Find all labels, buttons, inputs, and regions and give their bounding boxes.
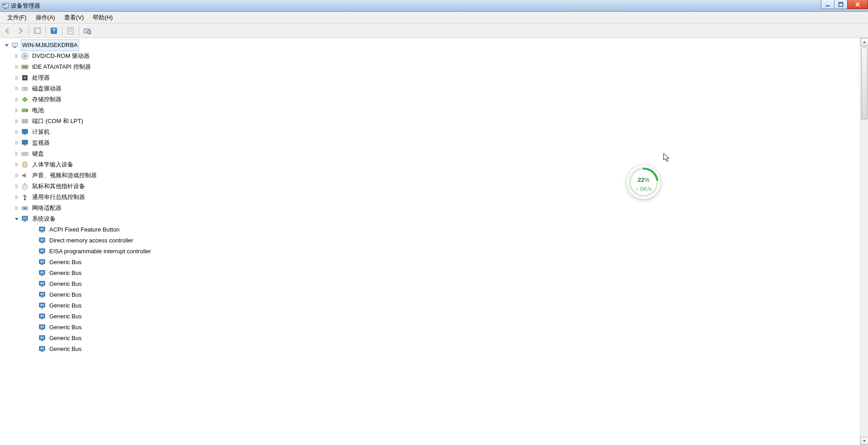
menu-help[interactable]: 帮助(H) xyxy=(88,12,117,23)
expand-icon[interactable] xyxy=(14,194,20,200)
scrollbar-thumb[interactable] xyxy=(861,47,868,119)
device-label[interactable]: Generic Bus xyxy=(48,278,83,290)
device-label[interactable]: Generic Bus xyxy=(48,332,83,344)
expand-icon[interactable] xyxy=(14,64,20,70)
expand-icon[interactable] xyxy=(14,205,20,211)
tree-device[interactable]: Generic Bus xyxy=(0,322,860,333)
tree-device[interactable]: EISA programmable interrupt controller xyxy=(0,246,860,257)
category-label[interactable]: 鼠标和其他指针设备 xyxy=(31,180,86,192)
device-label[interactable]: ACPI Fixed Feature Button xyxy=(48,224,121,236)
device-label[interactable]: Generic Bus xyxy=(48,322,83,333)
tree-device[interactable]: Generic Bus xyxy=(0,344,860,355)
tree-device[interactable]: Generic Bus xyxy=(0,257,860,268)
tree-category[interactable]: 电池 xyxy=(0,105,860,116)
tree-category[interactable]: 磁盘驱动器 xyxy=(0,83,860,94)
maximize-button[interactable] xyxy=(834,0,848,9)
expand-icon[interactable] xyxy=(14,107,20,114)
tree-category[interactable]: 键盘 xyxy=(0,148,860,159)
tree-device[interactable]: Generic Bus xyxy=(0,268,860,279)
tree-category[interactable]: 监视器 xyxy=(0,137,860,148)
forward-button[interactable] xyxy=(14,25,26,37)
category-label[interactable]: 系统设备 xyxy=(31,213,57,225)
scroll-up-button[interactable] xyxy=(860,38,868,46)
device-label[interactable]: Generic Bus xyxy=(48,256,83,268)
tree-device[interactable]: Generic Bus xyxy=(0,279,860,289)
tree-category[interactable]: DVD/CD-ROM 驱动器 xyxy=(0,51,860,62)
tree-category[interactable]: 声音、视频和游戏控制器 xyxy=(0,170,860,181)
device-icon xyxy=(38,345,46,353)
tree-category[interactable]: 网络适配器 xyxy=(0,203,860,213)
tree-device[interactable]: Generic Bus xyxy=(0,311,860,322)
category-label[interactable]: 处理器 xyxy=(31,72,51,84)
expand-icon[interactable] xyxy=(14,140,20,146)
expand-icon[interactable] xyxy=(14,96,20,103)
tree-category[interactable]: 系统设备 xyxy=(0,213,860,224)
svg-rect-62 xyxy=(41,264,43,265)
svg-rect-68 xyxy=(41,286,43,287)
back-button[interactable] xyxy=(2,25,14,37)
category-label[interactable]: 声音、视频和游戏控制器 xyxy=(31,170,98,181)
device-label[interactable]: Direct memory access controller xyxy=(48,235,135,246)
category-label[interactable]: 监视器 xyxy=(31,137,51,149)
expand-icon[interactable] xyxy=(14,172,20,179)
device-label[interactable]: EISA programmable interrupt controller xyxy=(48,246,152,257)
category-label[interactable]: 磁盘驱动器 xyxy=(31,83,63,95)
category-label[interactable]: 网络适配器 xyxy=(31,202,63,214)
scan-hardware-button[interactable] xyxy=(81,25,93,37)
minimize-button[interactable] xyxy=(821,0,835,9)
tree-category[interactable]: 通用串行总线控制器 xyxy=(0,192,860,203)
tree-device[interactable]: Generic Bus xyxy=(0,300,860,311)
help-button[interactable]: ? xyxy=(48,25,60,37)
category-label[interactable]: 人体学输入设备 xyxy=(31,159,75,170)
category-label[interactable]: 通用串行总线控制器 xyxy=(31,191,86,203)
close-button[interactable] xyxy=(847,0,868,9)
tree-category[interactable]: 计算机 xyxy=(0,127,860,137)
root-label[interactable]: WIN-MJ8JSEKDRBA xyxy=(21,39,79,51)
tree-category[interactable]: 鼠标和其他指针设备 xyxy=(0,181,860,192)
expand-icon[interactable] xyxy=(14,85,20,92)
tree-device[interactable]: Generic Bus xyxy=(0,289,860,300)
category-label[interactable]: IDE ATA/ATAPI 控制器 xyxy=(31,61,92,73)
device-label[interactable]: Generic Bus xyxy=(48,267,83,279)
collapse-icon[interactable] xyxy=(14,216,20,222)
category-label[interactable]: 键盘 xyxy=(31,148,45,160)
menu-view[interactable]: 查看(V) xyxy=(60,12,88,23)
tree-device[interactable]: Direct memory access controller xyxy=(0,235,860,246)
category-label[interactable]: 电池 xyxy=(31,104,45,116)
expand-icon[interactable] xyxy=(14,183,20,189)
category-label[interactable]: 存储控制器 xyxy=(31,94,63,105)
performance-overlay[interactable]: 22% ↑ 0K/s xyxy=(627,166,660,199)
tree-category[interactable]: 人体学输入设备 xyxy=(0,159,860,170)
category-label[interactable]: DVD/CD-ROM 驱动器 xyxy=(31,50,91,62)
show-hide-console-tree-button[interactable] xyxy=(31,25,43,37)
scroll-down-button[interactable] xyxy=(860,437,868,445)
svg-rect-30 xyxy=(22,119,28,123)
properties-button[interactable] xyxy=(65,25,76,37)
device-label[interactable]: Generic Bus xyxy=(48,343,83,355)
expand-icon[interactable] xyxy=(14,151,20,157)
expand-icon[interactable] xyxy=(14,75,20,81)
vertical-scrollbar[interactable] xyxy=(860,38,868,445)
category-label[interactable]: 端口 (COM 和 LPT) xyxy=(31,115,85,127)
tree-category[interactable]: 存储控制器 xyxy=(0,94,860,105)
device-label[interactable]: Generic Bus xyxy=(48,311,83,322)
expand-icon[interactable] xyxy=(14,161,20,168)
svg-point-32 xyxy=(25,121,26,122)
device-label[interactable]: Generic Bus xyxy=(48,300,83,312)
expand-icon[interactable] xyxy=(14,118,20,124)
expand-icon[interactable] xyxy=(14,53,20,59)
svg-rect-11 xyxy=(68,28,73,34)
collapse-icon[interactable] xyxy=(4,42,10,48)
tree-category[interactable]: IDE ATA/ATAPI 控制器 xyxy=(0,62,860,72)
tree-root[interactable]: WIN-MJ8JSEKDRBA xyxy=(0,40,860,51)
tree-category[interactable]: 端口 (COM 和 LPT) xyxy=(0,116,860,127)
tree-device[interactable]: Generic Bus xyxy=(0,333,860,344)
menu-file[interactable]: 文件(F) xyxy=(3,12,31,23)
device-label[interactable]: Generic Bus xyxy=(48,289,83,301)
category-label[interactable]: 计算机 xyxy=(31,126,51,138)
expand-icon[interactable] xyxy=(14,129,20,135)
tree-category[interactable]: 处理器 xyxy=(0,72,860,83)
device-tree[interactable]: WIN-MJ8JSEKDRBADVD/CD-ROM 驱动器IDE ATA/ATA… xyxy=(0,38,860,445)
tree-device[interactable]: ACPI Fixed Feature Button xyxy=(0,224,860,235)
menu-action[interactable]: 操作(A) xyxy=(31,12,60,23)
